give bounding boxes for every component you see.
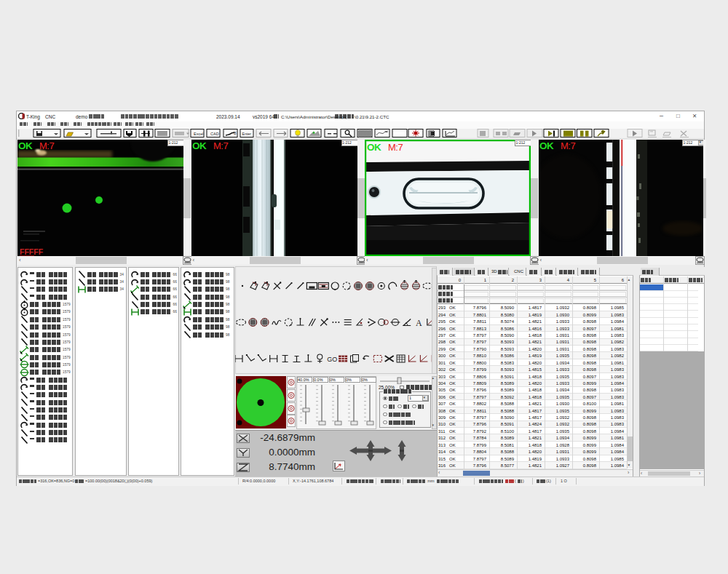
svg-text:Enter: Enter [242,132,252,136]
svg-text:GO: GO [327,356,337,363]
svg-text:B: B [234,131,237,135]
svg-text:FFFFF: FFFFF [20,247,44,256]
svg-text:Excel: Excel [194,132,203,136]
svg-text:A: A [416,318,422,328]
svg-text:CAD: CAD [210,132,219,136]
